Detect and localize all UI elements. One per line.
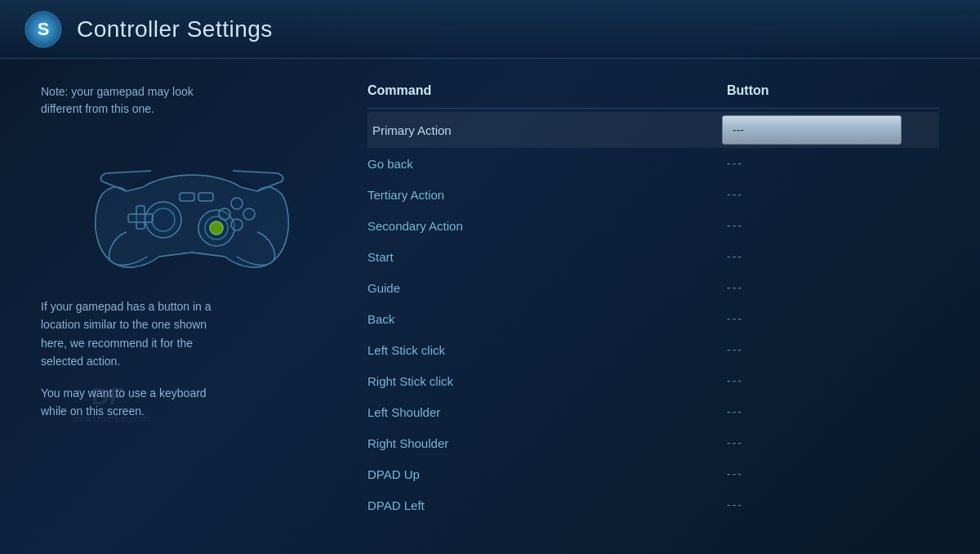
dash-placeholder: --- — [727, 281, 743, 294]
button-value: --- — [727, 436, 939, 449]
dash-placeholder: --- — [727, 188, 743, 201]
table-row[interactable]: Primary Action--- — [368, 112, 939, 148]
command-label: Left Stick click — [368, 343, 727, 357]
table-row[interactable]: Back--- — [368, 303, 939, 334]
dash-placeholder: --- — [727, 498, 743, 512]
controller-svg — [78, 134, 306, 281]
table-row[interactable]: Left Stick click--- — [368, 334, 939, 365]
command-label: Back — [368, 312, 727, 326]
svg-text:S: S — [38, 19, 50, 39]
svg-point-10 — [231, 198, 243, 209]
button-value: --- — [727, 343, 939, 356]
command-label: Primary Action — [372, 123, 722, 137]
svg-text:DF: DF — [91, 382, 124, 409]
command-label: DPAD Up — [368, 467, 727, 481]
steam-logo-icon: S — [24, 11, 62, 48]
table-row[interactable]: Guide--- — [368, 272, 939, 303]
table-row[interactable]: Tertiary Action--- — [368, 179, 939, 210]
table-row[interactable]: Secondary Action--- — [368, 210, 939, 241]
dash-placeholder: --- — [727, 219, 743, 232]
command-label: Right Shoulder — [368, 436, 727, 450]
recommend-text: If your gamepad has a button in alocatio… — [41, 297, 343, 371]
col-button-header: Button — [727, 83, 939, 98]
table-header: Command Button — [368, 83, 939, 109]
svg-rect-14 — [180, 193, 194, 201]
command-label: DPAD Down — [368, 529, 727, 530]
table-rows-container: Primary Action---Go back---Tertiary Acti… — [368, 112, 939, 529]
command-label: Right Stick click — [368, 374, 727, 388]
dash-placeholder: --- — [727, 374, 743, 387]
dash-placeholder: --- — [727, 405, 743, 418]
button-value: --- — [727, 281, 939, 294]
button-value: --- — [727, 467, 939, 480]
left-panel: Note: your gamepad may lookdifferent fro… — [41, 83, 368, 529]
button-value[interactable]: --- — [722, 115, 934, 145]
table-row[interactable]: DPAD Left--- — [368, 489, 939, 520]
note-text: Note: your gamepad may lookdifferent fro… — [41, 83, 343, 118]
svg-rect-15 — [198, 193, 213, 201]
button-value: --- — [727, 250, 939, 263]
page-title: Controller Settings — [77, 16, 273, 42]
col-command-header: Command — [368, 83, 727, 98]
command-label: Guide — [368, 281, 727, 295]
button-value: --- — [727, 219, 939, 232]
button-value: --- — [727, 157, 939, 170]
dash-placeholder: --- — [727, 436, 743, 449]
dash-placeholder: --- — [727, 467, 743, 480]
dash-placeholder: --- — [727, 250, 743, 263]
command-label: Tertiary Action — [368, 188, 727, 202]
command-label: DPAD Left — [368, 498, 727, 512]
svg-point-3 — [152, 208, 175, 231]
table-row[interactable]: Right Shoulder--- — [368, 427, 939, 458]
watermark-url: www.DriverEasy.com — [74, 414, 150, 423]
svg-point-13 — [219, 208, 230, 220]
controller-image — [78, 134, 306, 281]
table-row[interactable]: DPAD Up--- — [368, 458, 939, 489]
command-label: Go back — [368, 157, 727, 171]
command-label: Start — [368, 250, 727, 264]
button-value: --- — [727, 374, 939, 387]
table-row[interactable]: DPAD Down--- — [368, 520, 939, 529]
button-value: --- — [727, 498, 939, 512]
svg-point-11 — [243, 208, 255, 220]
header: S Controller Settings — [0, 0, 980, 59]
button-value: --- — [727, 312, 939, 325]
main-content: Note: your gamepad may lookdifferent fro… — [0, 59, 980, 554]
table-row[interactable]: Start--- — [368, 241, 939, 272]
dash-placeholder: --- — [727, 157, 743, 170]
dash-placeholder: --- — [727, 312, 743, 325]
dash-placeholder: --- — [727, 343, 743, 356]
table-row[interactable]: Go back--- — [368, 148, 939, 179]
table-row[interactable]: Left Shoulder--- — [368, 396, 939, 427]
right-panel[interactable]: Command Button Primary Action---Go back-… — [368, 83, 939, 529]
button-input-field[interactable]: --- — [722, 115, 902, 145]
button-value: --- — [727, 405, 939, 418]
table-row[interactable]: Right Stick click--- — [368, 365, 939, 396]
command-label: Secondary Action — [368, 219, 727, 233]
command-label: Left Shoulder — [368, 405, 727, 419]
button-value: --- — [727, 188, 939, 201]
svg-rect-9 — [128, 214, 153, 222]
svg-point-12 — [231, 219, 243, 230]
watermark: DF www.DriverEasy.com — [74, 382, 150, 423]
